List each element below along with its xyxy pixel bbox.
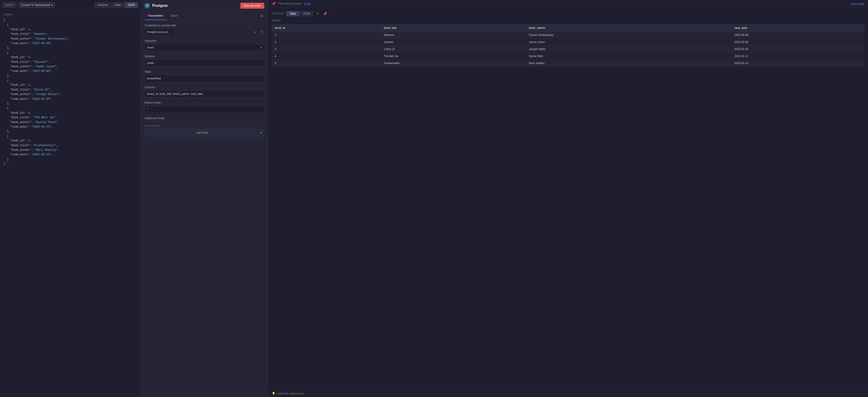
credential-group: Credential to connect with Postgres acco… xyxy=(145,24,264,36)
schema-group: Schema xyxy=(145,55,264,67)
section-divider xyxy=(145,121,264,121)
table-row: 3Catch-22Joseph Heller2023-01-04 xyxy=(272,46,864,53)
output-items-count: 5 items xyxy=(272,19,864,22)
output-tab-table[interactable]: Table xyxy=(286,11,299,16)
chevron-down-icon: ▾ xyxy=(51,3,53,7)
schema-input[interactable] xyxy=(145,59,264,67)
table-header-book_title: book_title xyxy=(381,25,526,32)
table-cell: Catch-22 xyxy=(381,46,526,53)
table-cell: Sylvia Plath xyxy=(526,53,732,60)
middle-panel: P Postgres Execute node Parameters Docs … xyxy=(141,0,268,397)
credential-wrap: Postgres account ▾ ✎ xyxy=(145,28,264,36)
table-cell: Demons xyxy=(381,32,526,39)
settings-icon[interactable]: ⚙ xyxy=(259,11,264,20)
table-row: 5FrankensteinMary Shelley2023-02-14 xyxy=(272,60,864,67)
credential-edit-button[interactable]: ✎ xyxy=(260,29,264,35)
table-row: 2UlyssesJames Joyce2022-05-06 xyxy=(272,39,864,46)
operation-label: Operation xyxy=(145,39,264,42)
right-top-bar: 📌 This data is pinned. Unpin Learn more xyxy=(268,0,868,7)
convert-label: Convert To Spreadsheet xyxy=(21,3,50,7)
columns-label: Columns xyxy=(145,86,264,89)
output-table: book_idbook_titlebook_authorread_date 1D… xyxy=(272,24,864,67)
lightbulb-icon: 💡 xyxy=(272,392,275,395)
operation-select[interactable]: Insert xyxy=(145,44,264,51)
table-group: Table xyxy=(145,70,264,82)
wish-text: I wish this node would... xyxy=(277,392,306,395)
output-tab-json[interactable]: JSON xyxy=(300,11,313,16)
middle-tab-bar: Parameters Docs ⚙ xyxy=(141,11,268,20)
tab-parameters[interactable]: Parameters xyxy=(145,11,167,20)
table-cell: 2022-05-06 xyxy=(732,39,864,46)
convert-select-wrapper[interactable]: Convert To Spreadsheet ▾ xyxy=(19,2,55,8)
return-fields-input[interactable] xyxy=(145,106,264,113)
left-items-count: 5 items xyxy=(4,13,137,16)
tab-docs[interactable]: Docs xyxy=(167,11,181,20)
table-header-book_id: book_id xyxy=(272,25,381,32)
no-properties-text: No properties xyxy=(145,124,264,127)
right-panel: 📌 This data is pinned. Unpin Learn more … xyxy=(268,0,868,397)
left-panel: INPUT Convert To Spreadsheet ▾ Schema Ta… xyxy=(0,0,141,397)
return-fields-group: Return Fields xyxy=(145,101,264,113)
columns-input[interactable] xyxy=(145,90,264,97)
table-cell: 2023-01-04 xyxy=(732,46,864,53)
learn-more-link[interactable]: Learn more xyxy=(850,2,864,5)
execute-node-button[interactable]: Execute node xyxy=(240,3,264,9)
table-cell: 2 xyxy=(272,39,381,46)
tab-json[interactable]: JSON xyxy=(125,2,138,8)
tab-table[interactable]: Table xyxy=(111,2,124,8)
postgres-icon: P xyxy=(145,3,150,8)
add-field-select[interactable]: Add Field xyxy=(145,129,264,136)
operation-select-wrap: Insert ▾ xyxy=(145,44,264,51)
table-cell: Ulysses xyxy=(381,39,526,46)
add-field-wrap: Add Field ▾ xyxy=(145,129,264,136)
table-input[interactable] xyxy=(145,75,264,82)
table-header-book_author: book_author xyxy=(526,25,732,32)
middle-body: Credential to connect with Postgres acco… xyxy=(141,20,268,397)
columns-group: Columns xyxy=(145,86,264,97)
table-cell: 1 xyxy=(272,32,381,39)
return-fields-label: Return Fields xyxy=(145,101,264,104)
table-cell: 3 xyxy=(272,46,381,53)
schema-label: Schema xyxy=(145,55,264,58)
postgres-title: Postgres xyxy=(152,4,168,8)
credential-select[interactable]: Postgres account xyxy=(145,28,175,36)
table-header-read_date: read_date xyxy=(732,25,864,32)
credential-label: Credential to connect with xyxy=(145,24,264,27)
json-viewer: [ { "book_id": 1, "book_title": "Demons"… xyxy=(4,18,137,166)
additional-fields-group: Additional Fields No properties Add Fiel… xyxy=(145,117,264,136)
table-row: 4The Bell JarSylvia Plath2023-01-21 xyxy=(272,53,864,60)
table-cell: Joseph Heller xyxy=(526,46,732,53)
output-label: OUTPUT xyxy=(272,12,284,15)
table-cell: Mary Shelley xyxy=(526,60,732,67)
table-cell: 2022-09-08 xyxy=(732,32,864,39)
table-cell: 5 xyxy=(272,60,381,67)
unpin-link[interactable]: Unpin xyxy=(304,2,311,5)
tab-schema[interactable]: Schema xyxy=(95,2,111,8)
edit-output-button[interactable]: ✎ xyxy=(315,11,320,16)
pinned-text: This data is pinned. xyxy=(278,2,302,5)
middle-header: P Postgres Execute node xyxy=(141,0,268,11)
input-badge: INPUT xyxy=(3,2,17,7)
table-cell: James Joyce xyxy=(526,39,732,46)
table-cell: Fyodor Dostoyevsky xyxy=(526,32,732,39)
table-cell: The Bell Jar xyxy=(381,53,526,60)
pin-output-button[interactable]: 📌 xyxy=(322,11,328,16)
right-bottom-bar: 💡 I wish this node would... xyxy=(268,390,868,397)
table-label: Table xyxy=(145,70,264,74)
left-content: 5 items [ { "book_id": 1, "book_title": … xyxy=(0,10,141,397)
right-content: OUTPUT Table JSON ✎ 📌 5 items book_idboo… xyxy=(268,7,868,390)
output-header: OUTPUT Table JSON ✎ 📌 xyxy=(272,11,864,16)
operation-group: Operation Insert ▾ xyxy=(145,39,264,51)
table-cell: 2023-01-21 xyxy=(732,53,864,60)
table-cell: 2023-02-14 xyxy=(732,60,864,67)
additional-fields-label: Additional Fields xyxy=(145,117,264,120)
pin-icon: 📌 xyxy=(272,2,276,5)
output-tab-bar: Table JSON xyxy=(286,11,313,16)
left-tab-bar: Schema Table JSON xyxy=(95,2,138,8)
left-toolbar: INPUT Convert To Spreadsheet ▾ Schema Ta… xyxy=(0,0,141,10)
table-cell: 4 xyxy=(272,53,381,60)
chevron-down-icon: ▾ xyxy=(254,30,256,34)
table-cell: Frankenstein xyxy=(381,60,526,67)
table-row: 1DemonsFyodor Dostoyevsky2022-09-08 xyxy=(272,32,864,39)
